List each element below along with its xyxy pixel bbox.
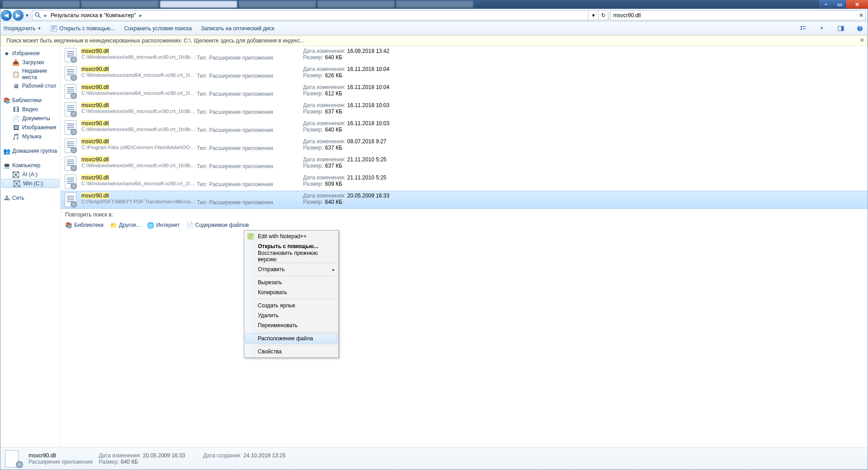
result-size: Размер:640 КБ bbox=[303, 54, 421, 61]
sidebar-computer[interactable]: 💻 Компьютер bbox=[0, 161, 60, 170]
chevron-right-icon: ▸ bbox=[43, 12, 48, 19]
homegroup-icon: 👥 bbox=[3, 147, 10, 155]
repeat-link-contents[interactable]: 📄Содержимое файлов bbox=[186, 221, 249, 229]
refresh-button[interactable]: ↻ bbox=[598, 10, 608, 20]
result-row[interactable]: msvcr90.dllC:\Temp\PDFT\ABBYY PDF Transf… bbox=[61, 191, 868, 209]
view-dropdown-button[interactable]: ▼ bbox=[817, 24, 827, 33]
repeat-search-label: Повторить поиск в: bbox=[61, 209, 868, 221]
result-row[interactable]: msvcr90.dllC:\Windows\winsxs\x86_microso… bbox=[61, 46, 868, 64]
result-size: Размер:640 КБ bbox=[303, 127, 421, 133]
sidebar: ★ Избранное 📥Загрузки 📋Недавние места 🖥Р… bbox=[0, 46, 61, 447]
file-icon bbox=[63, 138, 78, 153]
context-menu-item[interactable]: Расположение файла bbox=[245, 334, 337, 343]
explorer-window: ◀ ▶ ▾ ▸ Результаты поиска в "Компьютер" … bbox=[0, 9, 868, 470]
network-icon: 🖧 bbox=[3, 194, 10, 202]
browser-tab[interactable] bbox=[81, 1, 158, 8]
context-menu-item[interactable]: Удалить bbox=[245, 310, 337, 320]
sidebar-item-documents[interactable]: 📄Документы bbox=[0, 114, 60, 123]
result-row[interactable]: msvcr90.dllC:\Windows\winsxs\amd64_micro… bbox=[61, 64, 868, 82]
close-button[interactable]: ✕ bbox=[846, 0, 868, 9]
details-date-created: 24.10.2019 13:25 bbox=[243, 452, 285, 459]
close-infobar-icon[interactable]: ✕ bbox=[860, 37, 864, 43]
pictures-icon: 🖼 bbox=[12, 124, 19, 131]
result-date: Дата изменения:16.11.2018 10:03 bbox=[303, 102, 421, 108]
back-button[interactable]: ◀ bbox=[1, 10, 12, 21]
sidebar-libraries[interactable]: 📚 Библиотеки bbox=[0, 96, 60, 105]
preview-pane-button[interactable] bbox=[836, 24, 846, 33]
minimize-button[interactable]: － bbox=[819, 0, 833, 9]
result-type: Тип:Расширение приложения bbox=[197, 66, 303, 79]
context-menu-item[interactable]: Вырезать bbox=[245, 277, 337, 287]
desktop-icon: 🖥 bbox=[12, 82, 19, 89]
folder-icon: 📁 bbox=[110, 221, 117, 229]
sidebar-item-recent[interactable]: 📋Недавние места bbox=[0, 67, 60, 81]
file-icon bbox=[63, 156, 78, 171]
result-row[interactable]: msvcr90.dllC:\Program Files (x86)\Common… bbox=[61, 136, 868, 155]
index-warning-bar[interactable]: Поиск может быть медленным в неиндексиро… bbox=[0, 35, 868, 46]
file-contents-icon: 📄 bbox=[186, 221, 194, 229]
context-menu-item[interactable]: Отправить bbox=[245, 264, 337, 274]
browser-tab[interactable] bbox=[318, 1, 394, 8]
details-pane: msvcr90.dll Расширение приложения Дата и… bbox=[0, 447, 868, 470]
result-row[interactable]: msvcr90.dllC:\Windows\winsxs\amd64_micro… bbox=[61, 173, 868, 191]
sidebar-item-pictures[interactable]: 🖼Изображения bbox=[0, 123, 60, 132]
result-path: C:\Windows\winsxs\x86_microsoft.vc90.crt… bbox=[81, 127, 197, 132]
result-path: C:\Windows\winsxs\x86_microsoft.vc90.crt… bbox=[81, 54, 197, 60]
open-with-button[interactable]: Открыть с помощью... bbox=[50, 25, 115, 32]
sidebar-favorites[interactable]: ★ Избранное bbox=[0, 49, 60, 58]
context-menu-item[interactable]: Свойства bbox=[245, 347, 337, 357]
result-row[interactable]: msvcr90.dllC:\Windows\winsxs\x86_microso… bbox=[61, 118, 868, 136]
context-menu-item[interactable]: Создать ярлык bbox=[245, 301, 337, 310]
sidebar-network[interactable]: 🖧 Сеть bbox=[0, 193, 60, 202]
context-menu-item[interactable]: Копировать bbox=[245, 287, 337, 297]
result-type: Тип:Расширение приложения bbox=[197, 193, 303, 206]
browser-tab[interactable] bbox=[3, 1, 80, 8]
clear-search-icon[interactable]: ✕ bbox=[859, 12, 863, 19]
sidebar-item-drive-a[interactable]: 💽AI (A:) bbox=[0, 170, 60, 179]
burn-button[interactable]: Записать на оптический диск bbox=[201, 25, 275, 32]
context-menu-item[interactable]: Переименовать bbox=[245, 320, 337, 330]
search-input[interactable] bbox=[613, 12, 856, 19]
result-path: C:\Windows\winsxs\x86_microsoft.vc90.crt… bbox=[81, 163, 197, 168]
result-filename: msvcr90.dll bbox=[81, 48, 109, 54]
save-search-label: Сохранить условия поиска bbox=[124, 25, 192, 32]
context-menu-item[interactable]: Восстановить прежнюю версию bbox=[245, 251, 337, 261]
sidebar-item-drive-c[interactable]: 💽Win (C:) bbox=[1, 179, 59, 188]
result-row[interactable]: msvcr90.dllC:\Windows\winsxs\x86_microso… bbox=[61, 155, 868, 173]
help-button[interactable]: ? bbox=[855, 24, 865, 33]
result-type: Тип:Расширение приложения bbox=[197, 120, 303, 133]
sidebar-item-music[interactable]: 🎵Музыка bbox=[0, 132, 60, 141]
breadcrumb[interactable]: ▸ Результаты поиска в "Компьютер" ▸ bbox=[32, 10, 588, 20]
sidebar-item-desktop[interactable]: 🖥Рабочий стол bbox=[0, 81, 60, 90]
view-options-button[interactable] bbox=[798, 24, 808, 33]
downloads-icon: 📥 bbox=[12, 59, 19, 66]
sidebar-item-downloads[interactable]: 📥Загрузки bbox=[0, 58, 60, 67]
svg-rect-6 bbox=[803, 28, 806, 29]
context-menu-item[interactable]: Edit with Notepad++ bbox=[245, 231, 337, 241]
result-size: Размер:640 КБ bbox=[303, 199, 421, 205]
result-path: C:\Windows\winsxs\x86_microsoft.vc90.crt… bbox=[81, 108, 197, 114]
sidebar-homegroup[interactable]: 👥 Домашняя группа bbox=[0, 146, 60, 155]
result-filename: msvcr90.dll bbox=[81, 66, 109, 72]
result-type: Тип:Расширение приложения bbox=[197, 84, 303, 97]
browser-tab[interactable] bbox=[160, 1, 237, 8]
browser-tab[interactable] bbox=[239, 1, 316, 8]
maximize-button[interactable]: ▭ bbox=[833, 0, 846, 9]
chevron-right-icon: ▸ bbox=[138, 12, 143, 19]
menu-item-label: Расположение файла bbox=[258, 335, 313, 342]
search-box[interactable]: ✕ bbox=[610, 10, 866, 20]
result-row[interactable]: msvcr90.dllC:\Windows\winsxs\x86_microso… bbox=[61, 100, 868, 118]
refresh-history-button[interactable]: ▾ bbox=[588, 10, 598, 20]
file-icon bbox=[63, 48, 78, 62]
save-search-button[interactable]: Сохранить условия поиска bbox=[124, 25, 192, 32]
repeat-link-internet[interactable]: 🌐Интернет bbox=[147, 221, 180, 229]
repeat-link-other[interactable]: 📁Другое... bbox=[110, 221, 141, 229]
repeat-link-libraries[interactable]: 📚Библиотеки bbox=[65, 221, 104, 229]
sidebar-item-videos[interactable]: 🎞Видео bbox=[0, 105, 60, 114]
breadcrumb-segment[interactable]: Результаты поиска в "Компьютер" bbox=[48, 12, 138, 19]
nav-history-dropdown[interactable]: ▾ bbox=[24, 12, 30, 19]
organize-button[interactable]: Упорядочить▼ bbox=[3, 25, 41, 32]
result-row[interactable]: msvcr90.dllC:\Windows\winsxs\amd64_micro… bbox=[61, 82, 868, 100]
forward-button[interactable]: ▶ bbox=[13, 10, 24, 21]
browser-tab[interactable] bbox=[396, 1, 473, 8]
